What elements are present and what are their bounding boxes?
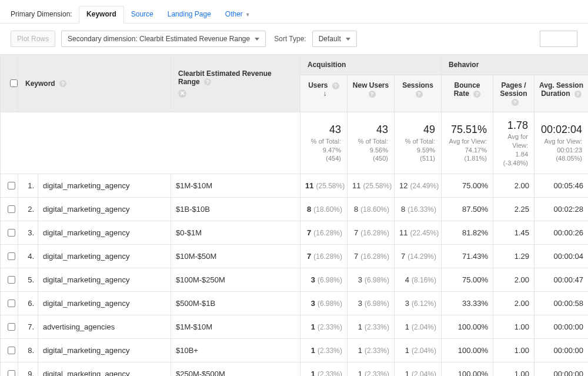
primary-dimension-bar: Primary Dimension: KeywordSourceLanding … xyxy=(0,0,588,24)
sessions-column-header[interactable]: Sessions ? xyxy=(395,75,442,112)
keyword-link[interactable]: advertising_agencies xyxy=(38,315,171,338)
duration-cell: 00:00:26 xyxy=(534,221,588,244)
pages-session-cell: 1.45 xyxy=(493,221,534,244)
primary-dimension-tab-other[interactable]: Other▼ xyxy=(218,6,258,23)
row-checkbox[interactable] xyxy=(8,300,15,307)
users-cell: 8(18.60%) xyxy=(300,197,348,221)
summary-newusers: 43 % of Total: 9.56% (450) xyxy=(348,112,395,174)
newusers-cell: 7(16.28%) xyxy=(348,221,395,244)
report-table: Keyword ? Clearbit Estimated Revenue Ran… xyxy=(0,54,588,376)
keyword-link[interactable]: digital_marketing_agency xyxy=(38,197,171,221)
remove-secondary-dimension-icon[interactable]: ✕ xyxy=(178,89,186,98)
row-index: 5. xyxy=(18,268,38,291)
row-checkbox[interactable] xyxy=(8,182,15,189)
newusers-cell: 1(2.33%) xyxy=(348,315,395,338)
secondary-dimension-label: Secondary dimension: Clearbit Estimated … xyxy=(68,35,250,43)
table-row: 2.digital_marketing_agency$1B-$10B8(18.6… xyxy=(1,197,589,221)
avg-duration-column-header[interactable]: Avg. Session Duration ? xyxy=(534,75,588,112)
row-checkbox-cell xyxy=(1,291,18,315)
row-checkbox[interactable] xyxy=(8,205,15,213)
revenue-range: $10B+ xyxy=(171,338,300,362)
row-checkbox-cell xyxy=(1,362,18,376)
row-checkbox[interactable] xyxy=(8,370,15,376)
summary-bounce: 75.51% Avg for View: 74.17% (1.81%) xyxy=(442,112,493,174)
help-icon[interactable]: ? xyxy=(574,91,582,98)
keyword-link[interactable]: digital_marketing_agency xyxy=(38,362,171,376)
help-icon[interactable]: ? xyxy=(59,80,66,87)
row-checkbox-cell xyxy=(1,268,18,291)
row-index: 2. xyxy=(18,197,38,221)
row-checkbox[interactable] xyxy=(8,252,15,260)
pages-session-cell: 2.00 xyxy=(493,291,534,315)
revenue-range: $1M-$10M xyxy=(171,315,300,338)
secondary-dimension-dropdown[interactable]: Secondary dimension: Clearbit Estimated … xyxy=(61,31,266,47)
bounce-cell: 100.00% xyxy=(442,362,493,376)
sessions-cell: 8(16.33%) xyxy=(395,197,442,221)
row-checkbox-cell xyxy=(1,315,18,338)
revenue-column-header[interactable]: Clearbit Estimated Revenue Range ? ✕ xyxy=(171,55,300,112)
help-icon[interactable]: ? xyxy=(204,78,211,85)
keyword-link[interactable]: digital_marketing_agency xyxy=(38,244,171,268)
table-row: 8.digital_marketing_agency$10B+1(2.33%)1… xyxy=(1,338,589,362)
keyword-link[interactable]: digital_marketing_agency xyxy=(38,174,171,197)
row-checkbox[interactable] xyxy=(8,347,15,354)
keyword-link[interactable]: digital_marketing_agency xyxy=(38,221,171,244)
users-cell: 1(2.33%) xyxy=(300,315,348,338)
help-icon[interactable]: ? xyxy=(416,91,423,98)
newusers-cell: 3(6.98%) xyxy=(348,268,395,291)
duration-cell: 00:00:04 xyxy=(534,244,588,268)
newusers-cell: 1(2.33%) xyxy=(348,338,395,362)
revenue-range: $1M-$10M xyxy=(171,174,300,197)
revenue-range: $500M-$1B xyxy=(171,291,300,315)
keyword-link[interactable]: digital_marketing_agency xyxy=(38,268,171,291)
help-icon[interactable]: ? xyxy=(473,91,480,98)
users-cell: 1(2.33%) xyxy=(300,362,348,376)
help-icon[interactable]: ? xyxy=(332,82,339,89)
sort-descending-icon: ↓ xyxy=(323,89,327,98)
row-index: 1. xyxy=(18,174,38,197)
pages-session-cell: 1.00 xyxy=(493,315,534,338)
bounce-column-header[interactable]: Bounce Rate ? xyxy=(442,75,493,112)
chevron-down-icon: ▼ xyxy=(245,12,250,18)
primary-dimension-tab-source[interactable]: Source xyxy=(124,6,161,23)
summary-pages-session: 1.78 Avg for View: 1.84 (-3.48%) xyxy=(493,112,534,174)
sessions-cell: 12(24.49%) xyxy=(395,174,442,197)
table-row: 6.digital_marketing_agency$500M-$1B3(6.9… xyxy=(1,291,589,315)
plot-rows-button: Plot Rows xyxy=(11,31,55,47)
row-index: 7. xyxy=(18,315,38,338)
row-checkbox[interactable] xyxy=(8,276,15,284)
pages-session-cell: 1.00 xyxy=(493,362,534,376)
select-all-checkbox[interactable] xyxy=(10,79,18,87)
sort-type-dropdown[interactable]: Default xyxy=(312,31,357,47)
row-index: 8. xyxy=(18,338,38,362)
bounce-cell: 33.33% xyxy=(442,291,493,315)
primary-dimension-tab-landing-page[interactable]: Landing Page xyxy=(161,6,218,23)
users-column-header[interactable]: Users ? ↓ xyxy=(300,75,348,112)
row-checkbox[interactable] xyxy=(8,229,15,237)
bounce-cell: 71.43% xyxy=(442,244,493,268)
sort-type-value: Default xyxy=(319,35,341,43)
table-row: 4.digital_marketing_agency$10M-$50M7(16.… xyxy=(1,244,589,268)
search-input[interactable] xyxy=(540,31,577,47)
keyword-link[interactable]: digital_marketing_agency xyxy=(38,291,171,315)
sessions-cell: 1(2.04%) xyxy=(395,315,442,338)
newusers-cell: 1(2.33%) xyxy=(348,362,395,376)
help-icon[interactable]: ? xyxy=(369,91,376,98)
row-checkbox[interactable] xyxy=(8,323,15,331)
primary-dimension-tab-keyword[interactable]: Keyword xyxy=(79,6,124,24)
duration-cell: 00:02:28 xyxy=(534,197,588,221)
acquisition-group-header: Acquisition xyxy=(300,55,442,75)
row-index: 6. xyxy=(18,291,38,315)
table-row: 9.digital_marketing_agency$250M-$500M1(2… xyxy=(1,362,589,376)
keyword-link[interactable]: digital_marketing_agency xyxy=(38,338,171,362)
sort-type-label: Sort Type: xyxy=(274,35,306,43)
primary-dimension-label: Primary Dimension: xyxy=(11,10,72,18)
sessions-cell: 11(22.45%) xyxy=(395,221,442,244)
help-icon[interactable]: ? xyxy=(512,99,519,106)
newusers-column-header[interactable]: New Users ? xyxy=(348,75,395,112)
keyword-column-header[interactable]: Keyword ? xyxy=(18,55,171,112)
duration-cell: 00:00:47 xyxy=(534,268,588,291)
chevron-down-icon xyxy=(255,38,259,41)
pages-session-column-header[interactable]: Pages / Session ? xyxy=(493,75,534,112)
revenue-range: $1B-$10B xyxy=(171,197,300,221)
